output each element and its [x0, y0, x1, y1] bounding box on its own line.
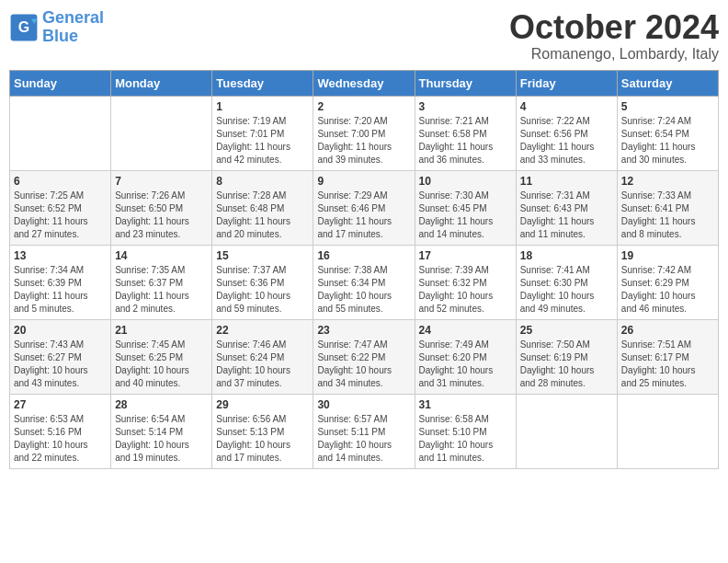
calendar-cell: 15Sunrise: 7:37 AM Sunset: 6:36 PM Dayli… [212, 245, 313, 319]
logo-line2: Blue [42, 27, 78, 45]
calendar-cell: 26Sunrise: 7:51 AM Sunset: 6:17 PM Dayli… [617, 319, 718, 394]
weekday-header: Friday [516, 70, 617, 96]
day-detail: Sunrise: 6:54 AM Sunset: 5:14 PM Dayligh… [115, 413, 208, 465]
day-detail: Sunrise: 7:28 AM Sunset: 6:48 PM Dayligh… [216, 190, 309, 241]
day-number: 1 [216, 100, 309, 113]
day-number: 27 [14, 398, 107, 411]
day-detail: Sunrise: 7:39 AM Sunset: 6:32 PM Dayligh… [419, 264, 512, 316]
calendar-cell [10, 96, 111, 170]
day-number: 13 [14, 249, 107, 262]
calendar-week-row: 27Sunrise: 6:53 AM Sunset: 5:16 PM Dayli… [10, 394, 719, 468]
day-number: 12 [621, 175, 714, 188]
calendar-cell: 9Sunrise: 7:29 AM Sunset: 6:46 PM Daylig… [313, 170, 415, 245]
day-number: 9 [317, 175, 410, 188]
calendar-cell: 19Sunrise: 7:42 AM Sunset: 6:29 PM Dayli… [617, 245, 718, 319]
calendar-cell: 30Sunrise: 6:57 AM Sunset: 5:11 PM Dayli… [313, 394, 415, 468]
day-number: 3 [419, 100, 512, 113]
day-number: 31 [419, 398, 512, 411]
day-detail: Sunrise: 7:22 AM Sunset: 6:56 PM Dayligh… [520, 115, 613, 167]
day-number: 20 [14, 324, 107, 337]
calendar-table: SundayMondayTuesdayWednesdayThursdayFrid… [9, 70, 719, 469]
day-number: 2 [317, 100, 410, 113]
day-number: 28 [115, 398, 208, 411]
location-title: Romanengo, Lombardy, Italy [509, 46, 719, 63]
weekday-header: Sunday [10, 70, 111, 96]
calendar-cell: 5Sunrise: 7:24 AM Sunset: 6:54 PM Daylig… [617, 96, 718, 170]
calendar-cell: 3Sunrise: 7:21 AM Sunset: 6:58 PM Daylig… [415, 96, 516, 170]
day-detail: Sunrise: 7:37 AM Sunset: 6:36 PM Dayligh… [216, 264, 309, 316]
day-number: 16 [317, 249, 410, 262]
day-detail: Sunrise: 7:45 AM Sunset: 6:25 PM Dayligh… [115, 339, 208, 390]
day-number: 21 [115, 324, 208, 337]
calendar-cell: 31Sunrise: 6:58 AM Sunset: 5:10 PM Dayli… [415, 394, 516, 468]
calendar-cell: 10Sunrise: 7:30 AM Sunset: 6:45 PM Dayli… [415, 170, 516, 245]
calendar-cell: 8Sunrise: 7:28 AM Sunset: 6:48 PM Daylig… [212, 170, 313, 245]
calendar-cell: 25Sunrise: 7:50 AM Sunset: 6:19 PM Dayli… [516, 319, 617, 394]
day-detail: Sunrise: 6:56 AM Sunset: 5:13 PM Dayligh… [216, 413, 309, 465]
calendar-cell: 13Sunrise: 7:34 AM Sunset: 6:39 PM Dayli… [10, 245, 111, 319]
calendar-cell: 11Sunrise: 7:31 AM Sunset: 6:43 PM Dayli… [516, 170, 617, 245]
weekday-header: Saturday [617, 70, 718, 96]
day-detail: Sunrise: 7:34 AM Sunset: 6:39 PM Dayligh… [14, 264, 107, 316]
calendar-cell: 28Sunrise: 6:54 AM Sunset: 5:14 PM Dayli… [111, 394, 212, 468]
calendar-cell: 1Sunrise: 7:19 AM Sunset: 7:01 PM Daylig… [212, 96, 313, 170]
calendar-cell: 22Sunrise: 7:46 AM Sunset: 6:24 PM Dayli… [212, 319, 313, 394]
day-detail: Sunrise: 7:30 AM Sunset: 6:45 PM Dayligh… [419, 190, 512, 241]
page-header: G General Blue October 2024 Romanengo, L… [9, 9, 719, 63]
day-number: 30 [317, 398, 410, 411]
day-detail: Sunrise: 7:51 AM Sunset: 6:17 PM Dayligh… [621, 339, 714, 390]
day-number: 22 [216, 324, 309, 337]
day-number: 18 [520, 249, 613, 262]
day-number: 17 [419, 249, 512, 262]
day-number: 26 [621, 324, 714, 337]
calendar-cell: 4Sunrise: 7:22 AM Sunset: 6:56 PM Daylig… [516, 96, 617, 170]
day-number: 6 [14, 175, 107, 188]
weekday-header: Monday [111, 70, 212, 96]
calendar-cell: 12Sunrise: 7:33 AM Sunset: 6:41 PM Dayli… [617, 170, 718, 245]
calendar-cell: 6Sunrise: 7:25 AM Sunset: 6:52 PM Daylig… [10, 170, 111, 245]
day-detail: Sunrise: 7:33 AM Sunset: 6:41 PM Dayligh… [621, 190, 714, 241]
day-number: 7 [115, 175, 208, 188]
calendar-cell [111, 96, 212, 170]
day-detail: Sunrise: 7:19 AM Sunset: 7:01 PM Dayligh… [216, 115, 309, 167]
logo-text: General Blue [42, 9, 104, 46]
calendar-cell: 17Sunrise: 7:39 AM Sunset: 6:32 PM Dayli… [415, 245, 516, 319]
day-number: 5 [621, 100, 714, 113]
calendar-cell [516, 394, 617, 468]
day-detail: Sunrise: 6:53 AM Sunset: 5:16 PM Dayligh… [14, 413, 107, 465]
day-detail: Sunrise: 7:25 AM Sunset: 6:52 PM Dayligh… [14, 190, 107, 241]
day-detail: Sunrise: 7:29 AM Sunset: 6:46 PM Dayligh… [317, 190, 410, 241]
calendar-cell: 2Sunrise: 7:20 AM Sunset: 7:00 PM Daylig… [313, 96, 415, 170]
calendar-cell: 23Sunrise: 7:47 AM Sunset: 6:22 PM Dayli… [313, 319, 415, 394]
logo-line1: General [42, 8, 104, 27]
day-detail: Sunrise: 7:26 AM Sunset: 6:50 PM Dayligh… [115, 190, 208, 241]
day-detail: Sunrise: 7:42 AM Sunset: 6:29 PM Dayligh… [621, 264, 714, 316]
calendar-cell: 24Sunrise: 7:49 AM Sunset: 6:20 PM Dayli… [415, 319, 516, 394]
day-detail: Sunrise: 7:43 AM Sunset: 6:27 PM Dayligh… [14, 339, 107, 390]
weekday-header: Thursday [415, 70, 516, 96]
day-number: 10 [419, 175, 512, 188]
day-number: 19 [621, 249, 714, 262]
day-number: 15 [216, 249, 309, 262]
day-number: 24 [419, 324, 512, 337]
day-detail: Sunrise: 7:46 AM Sunset: 6:24 PM Dayligh… [216, 339, 309, 390]
day-detail: Sunrise: 7:41 AM Sunset: 6:30 PM Dayligh… [520, 264, 613, 316]
day-detail: Sunrise: 7:38 AM Sunset: 6:34 PM Dayligh… [317, 264, 410, 316]
day-number: 14 [115, 249, 208, 262]
day-detail: Sunrise: 6:57 AM Sunset: 5:11 PM Dayligh… [317, 413, 410, 465]
title-block: October 2024 Romanengo, Lombardy, Italy [509, 9, 719, 63]
day-number: 29 [216, 398, 309, 411]
calendar-week-row: 13Sunrise: 7:34 AM Sunset: 6:39 PM Dayli… [10, 245, 719, 319]
day-number: 25 [520, 324, 613, 337]
weekday-header: Tuesday [212, 70, 313, 96]
day-detail: Sunrise: 7:35 AM Sunset: 6:37 PM Dayligh… [115, 264, 208, 316]
calendar-cell: 20Sunrise: 7:43 AM Sunset: 6:27 PM Dayli… [10, 319, 111, 394]
calendar-cell: 29Sunrise: 6:56 AM Sunset: 5:13 PM Dayli… [212, 394, 313, 468]
logo: G General Blue [9, 9, 104, 46]
logo-icon: G [9, 13, 39, 42]
day-number: 11 [520, 175, 613, 188]
svg-text:G: G [18, 19, 29, 35]
day-detail: Sunrise: 7:50 AM Sunset: 6:19 PM Dayligh… [520, 339, 613, 390]
calendar-cell: 21Sunrise: 7:45 AM Sunset: 6:25 PM Dayli… [111, 319, 212, 394]
calendar-cell: 27Sunrise: 6:53 AM Sunset: 5:16 PM Dayli… [10, 394, 111, 468]
